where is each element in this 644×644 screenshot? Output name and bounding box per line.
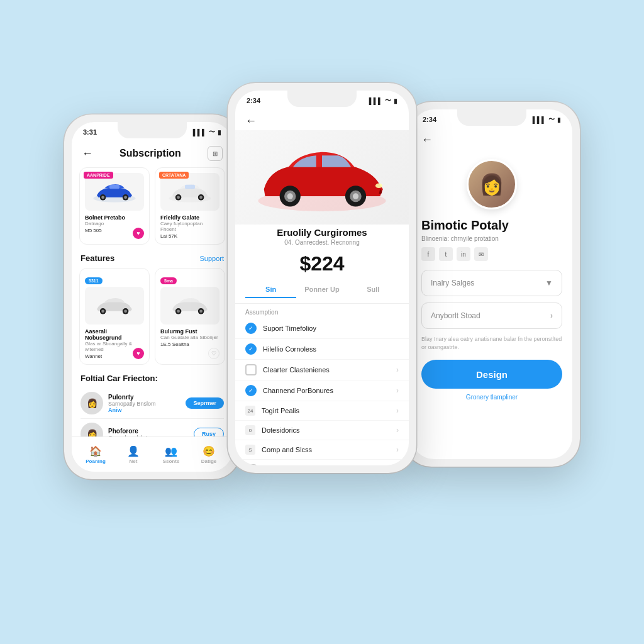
nav-item-home[interactable]: 🏠 Poaning <box>77 445 114 464</box>
car-grid: AANPRIDE <box>72 167 233 251</box>
right-header: ← <box>411 130 572 153</box>
checklist-item-3[interactable]: Clearter Clastenienes › <box>235 360 409 380</box>
features-link[interactable]: Support <box>199 255 224 262</box>
social-icon-email[interactable]: ✉ <box>474 247 488 261</box>
checklist-item-5[interactable]: 24 Togirt Pealis › <box>235 401 409 421</box>
tab-sull[interactable]: Sull <box>348 282 399 298</box>
left-header: ← Subscription ⊞ <box>72 142 233 167</box>
center-header: ← <box>235 111 409 130</box>
car-name-1: Bolnet Pretabo <box>85 214 144 221</box>
form-input-row[interactable]: Anyborlt Stoad › <box>421 303 562 329</box>
checklist-text-2: Hilellio Cornoless <box>263 345 399 353</box>
nav-label-home: Poaning <box>86 458 106 464</box>
checklist-item-2[interactable]: ✓ Hilellio Cornoless <box>235 339 409 360</box>
battery-icon-right: ▮ <box>557 116 561 123</box>
bottom-nav-left: 🏠 Poaning 👤 Net 👥 Ssonts 😊 Datige <box>72 436 233 472</box>
profile-sub: Blinoenia: chrnyile protation <box>411 235 572 245</box>
nav-item-scouts[interactable]: 👥 Ssonts <box>152 445 190 464</box>
social-icon-twitter[interactable]: t <box>439 247 453 261</box>
checklist-text-6: Dotesidorics <box>262 426 390 434</box>
car-fav-1[interactable]: ♥ <box>133 228 144 239</box>
person-btn-1[interactable]: Seprmer <box>186 397 224 409</box>
feature-card-2[interactable]: 5ma Bulurmg Fust Can Guatate alla Sibonj… <box>155 268 225 365</box>
profile-avatar: 👩 <box>467 159 517 209</box>
profile-avatar-area: 👩 <box>411 153 572 218</box>
feature-card-1[interactable]: 5311 Aaserali Nobusegrund Glas ar Sboang… <box>79 268 150 365</box>
page-title-left: Subscription <box>119 148 181 159</box>
checklist-item-7[interactable]: S Comp and Slcss › <box>235 440 409 460</box>
back-button-left[interactable]: ← <box>82 147 93 160</box>
nav-label-scouts: Ssonts <box>163 458 180 464</box>
form-select[interactable]: Inalry Salges ▼ <box>421 270 562 296</box>
feature-fav-1[interactable]: ♥ <box>133 348 144 359</box>
price-display: $224 <box>235 250 409 282</box>
home-icon: 🏠 <box>89 445 102 457</box>
checklist-item-1[interactable]: ✓ Suport Timefolioy <box>235 318 409 339</box>
tab-ponner[interactable]: Ponner Up <box>296 282 347 298</box>
time-left: 3:31 <box>83 128 97 136</box>
alt-link[interactable]: Gronery tlampliner <box>421 394 562 401</box>
notch-right <box>457 109 526 126</box>
nav-item-datige[interactable]: 😊 Datige <box>190 445 228 464</box>
design-button[interactable]: Design <box>421 360 562 389</box>
svg-point-4 <box>124 196 127 199</box>
car-name-2: Frieldly Galate <box>160 214 219 221</box>
car-sub-1: Datnago <box>85 221 144 226</box>
checklist-item-6[interactable]: 0 Dotesidorics › <box>235 421 409 440</box>
features-title: Features <box>80 253 114 263</box>
social-icon-facebook[interactable]: f <box>421 247 435 261</box>
car-svg-1 <box>89 179 140 204</box>
feature-car-svg-1 <box>89 293 140 318</box>
scouts-icon: 👥 <box>165 445 177 457</box>
tabs-row: Sin Ponner Up Sull <box>235 282 409 304</box>
checklist-item-4[interactable]: ✓ Channend PorBonures › <box>235 380 409 401</box>
center-car-name: Eruolily Curgiromes <box>235 225 409 239</box>
social-icon-linkedin[interactable]: in <box>457 247 470 261</box>
battery-icon-left: ▮ <box>218 129 221 136</box>
arrow-right-icon: › <box>550 311 553 320</box>
phone-right: 2:34 ▌▌▌ 〜 ▮ ← 👩 Bimotic Potaly Blinoeni… <box>404 102 580 467</box>
signal-icon-center: ▌▌▌ <box>369 97 382 104</box>
car-badge-1: AANPRIDE <box>84 172 113 179</box>
car-card-2[interactable]: CRTATANA <box>155 167 225 245</box>
avatar-1: 👩 <box>80 392 103 414</box>
checklist: ✓ Suport Timefolioy ✓ Hilellio Cornoless… <box>235 318 409 465</box>
back-button-center[interactable]: ← <box>245 114 257 128</box>
form-note: Blay Inary alea oatry anatisnane balar f… <box>421 335 562 351</box>
nav-item-net[interactable]: 👤 Net <box>114 445 152 464</box>
time-center: 2:34 <box>247 97 260 104</box>
net-icon: 👤 <box>127 445 140 457</box>
chevron-3: › <box>396 365 399 374</box>
screen-content-left: ← Subscription ⊞ AANPRIDE <box>72 142 233 472</box>
battery-icon-center: ▮ <box>394 97 397 104</box>
back-button-right[interactable]: ← <box>421 133 433 147</box>
svg-point-27 <box>375 183 382 187</box>
checklist-text-7: Comp and Slcss <box>262 446 390 453</box>
checkbox-4: ✓ <box>245 385 257 396</box>
feature-fav-2[interactable]: ♡ <box>208 348 219 359</box>
features-grid: 5311 Aaserali Nobusegrund Glas ar Sboang… <box>72 268 233 371</box>
person-link-1[interactable]: Aniw <box>108 407 180 413</box>
features-section-header: Features Support <box>72 251 233 268</box>
car-sub-2: Caey fuytonpoptan Fhoent <box>160 221 219 232</box>
checklist-item-8[interactable]: Caltiphile Scunraty › <box>235 460 409 465</box>
checklist-text-5: Togirt Pealis <box>262 407 390 414</box>
signal-icon-left: ▌▌▌ <box>193 129 206 136</box>
feature-img-2 <box>160 287 219 325</box>
nav-label-net: Net <box>130 458 138 464</box>
svg-rect-11 <box>185 185 195 189</box>
svg-point-8 <box>177 196 180 199</box>
assumption-label: Assumption <box>235 304 409 318</box>
header-icon-left[interactable]: ⊞ <box>208 146 223 161</box>
checklist-text-1: Suport Timefolioy <box>263 325 399 332</box>
feature-name-2: Bulurmg Fust <box>160 328 219 335</box>
feature-note-2: 1E.5 Sealtha <box>160 341 219 347</box>
person-info-1: Pulonrty Sarnopatly Bnslom Aniw <box>108 394 180 413</box>
notch-center <box>287 91 357 107</box>
person-name-2: Phoforore <box>108 428 189 435</box>
car-img-1 <box>85 173 144 211</box>
tab-sin[interactable]: Sin <box>245 282 296 298</box>
car-card-1[interactable]: AANPRIDE <box>79 167 150 245</box>
person-card-1[interactable]: 👩 Pulonrty Sarnopatly Bnslom Aniw Seprme… <box>80 388 224 419</box>
checkbox-3 <box>245 364 257 375</box>
